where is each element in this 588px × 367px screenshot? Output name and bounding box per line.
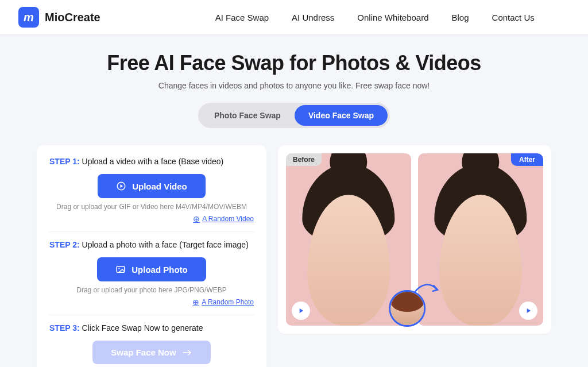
step1-label: STEP 1: Upload a video with a face (Base…	[49, 157, 254, 166]
step3-num: STEP 3:	[49, 323, 80, 333]
play-circle-icon	[116, 181, 126, 191]
preview-panel: Before After	[278, 145, 551, 334]
step2-num: STEP 2:	[49, 240, 80, 249]
hero: Free AI Face Swap for Photos & Videos Ch…	[0, 35, 588, 137]
steps-panel: STEP 1: Upload a video with a face (Base…	[37, 145, 266, 367]
play-icon	[524, 307, 532, 315]
logo-text: MioCreate	[45, 11, 100, 24]
divider	[49, 315, 254, 315]
divider	[49, 231, 254, 232]
tab-video-swap[interactable]: Video Face Swap	[295, 105, 388, 126]
content: STEP 1: Upload a video with a face (Base…	[0, 137, 588, 367]
header: m MioCreate AI Face Swap AI Undress Onli…	[0, 0, 588, 35]
page-title: Free AI Face Swap for Photos & Videos	[0, 51, 588, 75]
step1-hint: Drag or upload your GIF or Video here M4…	[49, 203, 254, 211]
arrow-right-icon	[182, 349, 192, 356]
step3-text: Click Face Swap Now to generate	[80, 323, 203, 333]
after-image: After	[418, 153, 543, 326]
play-after-button[interactable]	[519, 302, 537, 320]
play-before-button[interactable]	[292, 302, 310, 320]
step1-num: STEP 1:	[49, 157, 80, 166]
nav-ai-face-swap[interactable]: AI Face Swap	[215, 13, 269, 22]
step2-text: Upload a photo with a face (Target face …	[80, 240, 249, 249]
random-video-link[interactable]: ⊕ A Random Video	[193, 214, 254, 223]
upload-video-label: Upload Video	[132, 181, 187, 191]
swap-face-button[interactable]: Swap Face Now	[92, 341, 210, 364]
nav-ai-undress[interactable]: AI Undress	[292, 13, 334, 22]
mode-tabs: Photo Face Swap Video Face Swap	[198, 103, 390, 128]
target-face-thumbnail	[389, 290, 425, 327]
upload-video-button[interactable]: Upload Video	[98, 174, 206, 198]
step2-label: STEP 2: Upload a photo with a face (Targ…	[49, 240, 254, 249]
logo[interactable]: m MioCreate	[18, 7, 100, 28]
step2-hint: Drag or upload your photo here JPG/PNG/W…	[49, 286, 254, 294]
swap-face-label: Swap Face Now	[111, 347, 176, 357]
nav-blog[interactable]: Blog	[452, 13, 469, 22]
nav-contact[interactable]: Contact Us	[492, 13, 535, 22]
logo-icon: m	[18, 7, 39, 28]
face-illustration	[418, 153, 543, 326]
page-subtitle: Change faces in videos and photos to any…	[0, 81, 588, 90]
play-icon	[297, 307, 305, 315]
upload-photo-button[interactable]: Upload Photo	[97, 257, 206, 281]
nav-whiteboard[interactable]: Online Whiteboard	[357, 13, 428, 22]
step1-text: Upload a video with a face (Base video)	[80, 157, 224, 166]
tab-photo-swap[interactable]: Photo Face Swap	[200, 105, 295, 126]
nav: AI Face Swap AI Undress Online Whiteboar…	[215, 13, 535, 22]
svg-rect-1	[117, 266, 125, 273]
plus-icon: ⊕	[192, 298, 199, 307]
random-photo-link[interactable]: ⊕ A Random Photo	[192, 298, 254, 307]
svg-point-2	[119, 268, 120, 269]
upload-photo-label: Upload Photo	[131, 265, 188, 275]
step3-label: STEP 3: Click Face Swap Now to generate	[49, 323, 254, 333]
plus-icon: ⊕	[193, 214, 200, 223]
image-icon	[115, 264, 126, 275]
